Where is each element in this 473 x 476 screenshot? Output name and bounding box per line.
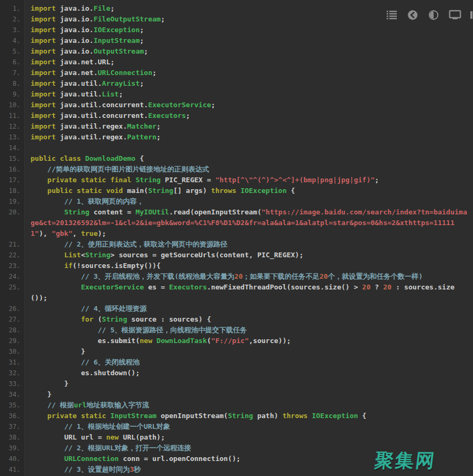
code-line: 4.import java.io.InputStream; <box>0 35 473 46</box>
line-number: 15. <box>0 153 25 164</box>
code-line: 34. } <box>0 389 473 400</box>
code-text: import java.io.OutputStream; <box>25 46 473 57</box>
code-line: 11.import java.util.concurrent.Executors… <box>0 110 473 121</box>
code-line: 12.import java.util.regex.Matcher; <box>0 121 473 132</box>
code-text: // 1、根据地址创建一个URL对象 <box>25 421 473 432</box>
code-text: es.shutdown(); <box>25 368 473 378</box>
back-circle-icon[interactable] <box>407 10 418 20</box>
code-line: 25. ExecutorService es = Executors.newFi… <box>0 282 473 303</box>
code-line: 23. if(!sources.isEmpty()){ <box>0 261 473 271</box>
code-text: import java.util.regex.Pattern; <box>25 132 473 143</box>
line-number: 27. <box>0 314 25 325</box>
code-line: 28. // 5、根据资源路径，向线程池中提交下载任务 <box>0 325 473 336</box>
line-number: 39. <box>0 443 25 453</box>
line-number: 34. <box>0 389 25 400</box>
code-text: // 根据url地址获取输入字节流 <box>25 400 473 411</box>
line-number: 13. <box>0 132 25 143</box>
code-line: 8.import java.util.ArrayList; <box>0 78 473 89</box>
code-text: import java.io.InputStream; <box>25 35 473 46</box>
line-number: 8. <box>0 78 25 89</box>
code-text: import java.net.URLConnection; <box>25 68 473 78</box>
code-text: // 5、根据资源路径，向线程池中提交下载任务 <box>25 325 473 336</box>
code-text: import java.io.IOException; <box>25 25 473 35</box>
clipped-edge-icon[interactable] <box>470 10 473 20</box>
contrast-icon[interactable] <box>428 10 439 20</box>
code-text: if(!sources.isEmpty()){ <box>25 261 473 271</box>
code-text: import java.util.concurrent.Executors; <box>25 110 473 121</box>
code-text: import java.util.ArrayList; <box>25 78 473 89</box>
line-number: 32. <box>0 368 25 378</box>
code-text <box>25 143 473 153</box>
line-number: 2. <box>0 14 25 25</box>
line-number: 1. <box>0 3 25 14</box>
code-lines: 1.import java.io.File;2.import java.io.F… <box>0 3 473 476</box>
code-text: } <box>25 389 473 400</box>
code-line: 18. public static void main(String[] arg… <box>0 185 473 196</box>
code-text: //简单的获取网页中图片图片链接地址的正则表达式 <box>25 164 473 175</box>
line-number: 23. <box>0 261 25 271</box>
monitor-icon[interactable] <box>449 10 460 20</box>
code-line: 13.import java.util.regex.Pattern; <box>0 132 473 143</box>
line-number: 35. <box>0 400 25 411</box>
code-line: 35. // 根据url地址获取输入字节流 <box>0 400 473 411</box>
watermark: 聚集网 <box>373 448 438 473</box>
line-number: 3. <box>0 25 25 35</box>
code-line: 27. for (String source : sources) { <box>0 314 473 325</box>
code-text: URL url = new URL(path); <box>25 432 473 443</box>
line-number: 4. <box>0 35 25 46</box>
line-number: 19. <box>0 196 25 207</box>
code-line: 37. // 1、根据地址创建一个URL对象 <box>0 421 473 432</box>
line-number: 7. <box>0 68 25 78</box>
line-number: 41. <box>0 464 25 475</box>
code-line: 38. URL url = new URL(path); <box>0 432 473 443</box>
code-line: 10.import java.util.concurrent.ExecutorS… <box>0 100 473 110</box>
line-number: 40. <box>0 453 25 464</box>
line-number: 37. <box>0 421 25 432</box>
code-text: private static InputStream openInputStre… <box>25 411 473 421</box>
line-number: 11. <box>0 110 25 121</box>
code-text: import java.util.concurrent.ExecutorServ… <box>25 100 473 110</box>
line-number: 28. <box>0 325 25 336</box>
code-text: ExecutorService es = Executors.newFixedT… <box>25 282 473 303</box>
code-text: List<String> sources = getSourceUrls(con… <box>25 250 473 261</box>
code-line: 15.public class DownloadDemo { <box>0 153 473 164</box>
list-icon[interactable] <box>386 10 397 20</box>
code-text: String content = MyIOUtil.read(openInput… <box>25 207 473 239</box>
line-number: 14. <box>0 143 25 153</box>
code-line: 9.import java.util.List; <box>0 89 473 100</box>
line-number: 17. <box>0 175 25 185</box>
line-number: 38. <box>0 432 25 443</box>
code-line: 31. // 6、关闭线程池 <box>0 357 473 368</box>
line-number: 30. <box>0 346 25 357</box>
line-number: 26. <box>0 303 25 314</box>
line-number: 36. <box>0 411 25 421</box>
code-line: 32. es.shutdown(); <box>0 368 473 378</box>
code-line: 29. es.submit(new DownLoadTask("F://pic"… <box>0 336 473 346</box>
code-line: 36. private static InputStream openInput… <box>0 411 473 421</box>
code-text: private static final String PIC_REGEX = … <box>25 175 473 185</box>
line-number: 20. <box>0 207 25 239</box>
line-number: 6. <box>0 57 25 68</box>
code-line: 20. String content = MyIOUtil.read(openI… <box>0 207 473 239</box>
code-text: import java.net.URL; <box>25 57 473 68</box>
code-line: 7.import java.net.URLConnection; <box>0 68 473 78</box>
line-number: 16. <box>0 164 25 175</box>
line-number: 24. <box>0 271 25 282</box>
code-line: 14. <box>0 143 473 153</box>
code-line: 3.import java.io.IOException; <box>0 25 473 35</box>
line-number: 31. <box>0 357 25 368</box>
code-text: // 6、关闭线程池 <box>25 357 473 368</box>
code-editor: 1.import java.io.File;2.import java.io.F… <box>0 0 473 476</box>
code-text: } <box>25 378 473 389</box>
line-number: 21. <box>0 239 25 250</box>
viewer-toolbar <box>386 10 460 20</box>
code-line: 21. // 2、使用正则表达式，获取这个网页中的资源路径 <box>0 239 473 250</box>
code-text: es.submit(new DownLoadTask("F://pic",sou… <box>25 336 473 346</box>
code-line: 24. // 3、开启线程池，并发下载(线程池最大容量为20；如果要下载的任务不… <box>0 271 473 282</box>
line-number: 5. <box>0 46 25 57</box>
code-text: } <box>25 346 473 357</box>
line-number: 18. <box>0 185 25 196</box>
code-line: 16. //简单的获取网页中图片图片链接地址的正则表达式 <box>0 164 473 175</box>
line-number: 33. <box>0 378 25 389</box>
code-line: 6.import java.net.URL; <box>0 57 473 68</box>
